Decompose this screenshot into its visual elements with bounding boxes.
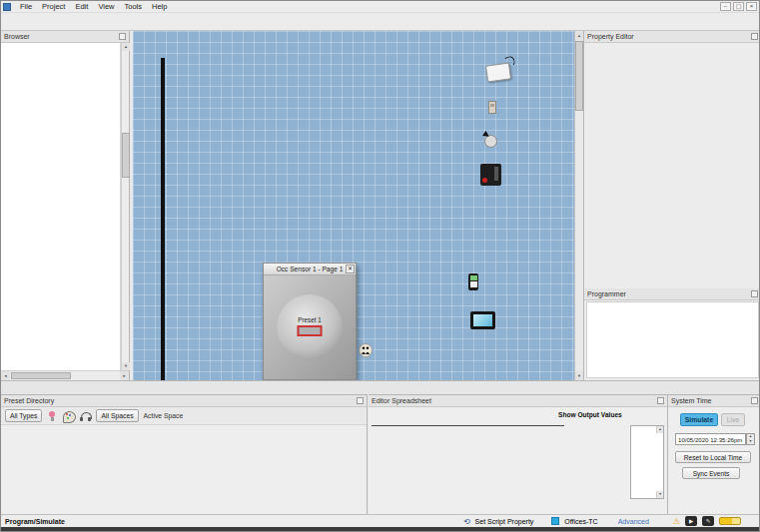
panel-menu-icon[interactable] <box>751 397 758 404</box>
scroll-down-icon[interactable]: ▼ <box>122 362 130 370</box>
editor-spreadsheet-title-label: Editor Spreadsheet <box>372 397 431 404</box>
sync-events-button[interactable]: Sync Events <box>682 467 740 479</box>
occ-sensor-dialog: Occ Sensor 1 - Page 1 ✕ Preset 1 <box>263 263 357 380</box>
all-types-button[interactable]: All Types <box>5 409 42 422</box>
menu-items: FileProjectEditViewToolsHelp <box>15 2 172 11</box>
space-icon <box>551 517 559 525</box>
show-output-values-toggle[interactable]: Show Output Values <box>558 411 622 418</box>
reset-to-local-time-button[interactable]: Reset to Local Time <box>675 451 751 463</box>
status-right-cluster: ⟲ Set Script Property Offices-TC Advance… <box>463 516 741 526</box>
datetime-spinner[interactable]: ▲▼ <box>746 433 755 445</box>
current-space-label[interactable]: Offices-TC <box>564 518 597 525</box>
color-filter-icon[interactable] <box>62 409 76 423</box>
menu-view[interactable]: View <box>93 2 119 11</box>
warning-icon: ⚠ <box>673 517 680 526</box>
panel-menu-icon[interactable] <box>657 397 664 404</box>
scroll-up-icon[interactable]: ▲ <box>656 426 663 433</box>
scrollbar-thumb[interactable] <box>575 41 583 111</box>
bottom-panels: Preset Directory All Types All Spaces Ac… <box>1 394 759 514</box>
mobile-station-device[interactable] <box>468 273 478 290</box>
play-button[interactable]: ▶ <box>685 516 697 526</box>
panel-menu-icon[interactable] <box>119 33 126 40</box>
audio-filter-icon[interactable] <box>79 409 93 423</box>
scroll-left-icon[interactable]: ◄ <box>1 371 10 380</box>
scroll-up-icon[interactable]: ▲ <box>122 43 130 51</box>
live-button[interactable]: Live <box>721 413 745 426</box>
menu-tools[interactable]: Tools <box>120 2 148 11</box>
script-refresh-icon: ⟲ <box>463 517 470 526</box>
property-editor-title-label: Property Editor <box>587 33 634 40</box>
project-tree <box>1 43 121 370</box>
handheld-dock-device[interactable] <box>485 62 511 82</box>
menu-project[interactable]: Project <box>37 2 70 11</box>
floor-plan <box>161 58 165 380</box>
preset-filter-row: All Types All Spaces Active Space <box>1 407 367 425</box>
preset-directory-panel: Preset Directory All Types All Spaces Ac… <box>1 394 368 514</box>
wall-keypad-device[interactable] <box>488 101 496 114</box>
close-button[interactable]: × <box>746 2 757 11</box>
system-time-panel: System Time Simulate Live 10/05/2020 12:… <box>668 394 760 514</box>
preset-button-label: Preset 1 <box>298 316 321 323</box>
occ-sensor-device[interactable] <box>484 135 497 148</box>
property-editor-title: Property Editor <box>584 31 760 43</box>
browser-panel-title-label: Browser <box>4 33 30 40</box>
scroll-down-icon[interactable]: ▼ <box>656 491 663 498</box>
edit-button[interactable]: ✎ <box>702 516 714 526</box>
dialog-titlebar[interactable]: Occ Sensor 1 - Page 1 ✕ <box>264 264 356 275</box>
output-values-list[interactable]: ▲ ▼ <box>630 425 664 499</box>
all-spaces-button[interactable]: All Spaces <box>96 409 138 422</box>
editor-spreadsheet-title: Editor Spreadsheet <box>369 395 667 407</box>
menu-help[interactable]: Help <box>147 2 172 11</box>
browser-panel-title: Browser <box>1 31 129 43</box>
panel-menu-icon[interactable] <box>751 33 758 40</box>
tree-horizontal-scrollbar[interactable]: ◄ ► <box>1 370 129 380</box>
browser-panel: Browser ▲ ▼ ◄ ► <box>1 31 130 380</box>
plan-vertical-scrollbar[interactable]: ▲ ▼ <box>574 31 583 380</box>
scroll-right-icon[interactable]: ► <box>120 371 129 380</box>
minimize-button[interactable]: – <box>720 2 731 11</box>
panel-menu-icon[interactable] <box>751 290 758 297</box>
active-space-button[interactable]: Active Space <box>144 412 184 419</box>
editor-spreadsheet-panel: Editor Spreadsheet Show Output Values ▲ … <box>369 394 668 514</box>
panel-menu-icon[interactable] <box>357 397 364 404</box>
system-time-title-label: System Time <box>671 397 711 404</box>
menu-bar: FileProjectEditViewToolsHelp –▢× <box>1 1 759 13</box>
datetime-field[interactable]: 10/05/2020 12:35:26pm <box>675 433 746 445</box>
programmer-title-label: Programmer <box>587 290 626 297</box>
view-tab-strip <box>1 380 759 394</box>
scrollbar-thumb[interactable] <box>11 372 71 379</box>
dialog-title: Occ Sensor 1 - Page 1 <box>277 266 344 272</box>
preset-directory-title-label: Preset Directory <box>4 397 54 404</box>
maximize-button[interactable]: ▢ <box>733 2 744 11</box>
property-editor-panel: Property Editor Programmer <box>583 31 760 380</box>
scroll-down-icon[interactable]: ▼ <box>575 371 583 380</box>
window-bottom-edge <box>1 527 759 532</box>
preset-list <box>4 426 367 514</box>
preset-activate-button[interactable] <box>298 325 323 336</box>
menu-file[interactable]: File <box>15 2 37 11</box>
simulate-button[interactable]: Simulate <box>680 413 718 426</box>
processor-device[interactable] <box>480 164 501 186</box>
occ-sensor-dome: Preset 1 <box>277 294 343 360</box>
scroll-up-icon[interactable]: ▲ <box>575 31 583 40</box>
application-window: FileProjectEditViewToolsHelp –▢× Browser… <box>0 0 760 532</box>
occupancy-status-icon[interactable] <box>359 343 373 357</box>
tree-vertical-scrollbar[interactable]: ▲ ▼ <box>121 43 129 370</box>
spreadsheet-table <box>372 425 564 426</box>
menu-edit[interactable]: Edit <box>70 2 93 11</box>
status-bar: Program/Simulate ⟲ Set Script Property O… <box>1 514 759 527</box>
advanced-link[interactable]: Advanced <box>618 518 649 525</box>
set-script-property-button[interactable]: Set Script Property <box>475 518 534 525</box>
programmer-body <box>586 301 759 378</box>
mode-label: Program/Simulate <box>5 518 65 525</box>
close-icon[interactable]: ✕ <box>346 265 355 273</box>
lighting-filter-icon[interactable] <box>45 409 59 423</box>
system-time-title: System Time <box>668 395 760 407</box>
level-indicator <box>719 517 741 525</box>
scrollbar-thumb[interactable] <box>122 133 130 178</box>
touchscreen-device[interactable] <box>470 311 495 329</box>
spin-down-icon[interactable]: ▼ <box>747 439 754 444</box>
plan-canvas[interactable]: Occ Sensor 1 - Page 1 ✕ Preset 1 ▲ ▼ <box>133 31 583 380</box>
dialog-body: Preset 1 <box>264 275 356 379</box>
app-icon <box>3 3 11 11</box>
